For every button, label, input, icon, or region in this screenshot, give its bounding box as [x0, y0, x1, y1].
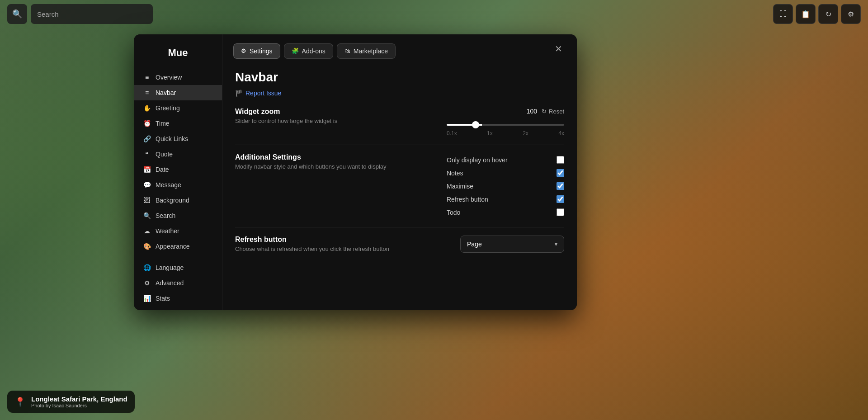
quote-icon: ❝: [143, 151, 151, 158]
sidebar-item-quote[interactable]: ❝ Quote: [134, 146, 222, 162]
tab-settings-label: Settings: [250, 47, 273, 55]
tab-addons[interactable]: 🧩 Add-ons: [284, 43, 333, 59]
reset-icon: ↻: [542, 108, 547, 115]
zoom-slider[interactable]: [447, 124, 564, 126]
close-icon: ✕: [555, 44, 562, 54]
widget-zoom-control: 100 ↻ Reset 0.1x 1x 2x 4x: [438, 108, 564, 137]
search-icon: 🔍: [12, 9, 22, 19]
sidebar-item-advanced[interactable]: ⚙ Advanced: [134, 275, 222, 291]
sidebar-item-date[interactable]: 📅 Date: [134, 162, 222, 177]
report-issue-link[interactable]: 🏴 Report Issue: [235, 90, 281, 97]
message-icon: 💬: [143, 181, 151, 189]
reset-button[interactable]: ↻ Reset: [542, 108, 564, 115]
expand-icon: ⛶: [779, 10, 787, 18]
overview-icon: ≡: [143, 74, 151, 81]
checkbox-row-todo: Todo: [447, 206, 564, 219]
sidebar-item-greeting[interactable]: ✋ Greeting: [134, 100, 222, 116]
refresh-button-title: Refresh button: [235, 236, 389, 244]
search-icon-button[interactable]: 🔍: [7, 4, 27, 24]
sidebar-label-quote: Quote: [156, 151, 173, 158]
location-badge: 📍 Longleat Safari Park, England Photo by…: [7, 391, 135, 413]
refresh-dropdown[interactable]: Page Widget Background: [460, 236, 564, 253]
tab-marketplace[interactable]: 🛍 Marketplace: [337, 43, 396, 59]
widget-zoom-row: Widget zoom Slider to control how large …: [235, 108, 564, 137]
checkbox-row-refresh: Refresh button: [447, 193, 564, 206]
page-title: Navbar: [235, 70, 564, 85]
weather-icon: ☁: [143, 227, 151, 235]
slider-label-3: 4x: [558, 130, 564, 137]
background-icon: 🖼: [143, 197, 151, 204]
stats-icon: 📊: [143, 295, 151, 302]
tab-settings[interactable]: ⚙ Settings: [233, 43, 280, 59]
sidebar-item-weather[interactable]: ☁ Weather: [134, 223, 222, 239]
section-divider-1: [235, 145, 564, 145]
sidebar-item-appearance[interactable]: 🎨 Appearance: [134, 239, 222, 254]
section-divider-2: [235, 227, 564, 227]
sidebar-label-advanced: Advanced: [156, 279, 184, 287]
refresh-icon-button[interactable]: ↻: [818, 4, 838, 24]
sidebar-item-message[interactable]: 💬 Message: [134, 177, 222, 193]
slider-label-1: 1x: [487, 130, 493, 137]
zoom-value: 100: [523, 108, 537, 115]
sidebar-label-quicklinks: Quick Links: [156, 135, 188, 142]
checkbox-todo[interactable]: [557, 208, 564, 216]
checkbox-label-todo: Todo: [447, 209, 460, 216]
refresh-button-desc: Choose what is refreshed when you click …: [235, 245, 389, 252]
search-input[interactable]: [31, 4, 153, 24]
checkbox-row-maximise: Maximise: [447, 179, 564, 193]
additional-settings-desc: Modify navbar style and which buttons yo…: [235, 163, 387, 170]
flag-icon: 🏴: [235, 90, 243, 97]
sidebar-divider: [143, 257, 213, 257]
location-name: Longleat Safari Park, England: [31, 395, 127, 403]
app-name: Mue: [134, 47, 222, 59]
additional-settings-label: Additional Settings Modify navbar style …: [235, 153, 387, 170]
checkbox-refresh[interactable]: [557, 195, 564, 203]
settings-icon-button[interactable]: ⚙: [841, 4, 861, 24]
expand-icon-button[interactable]: ⛶: [773, 4, 793, 24]
sidebar-item-navbar[interactable]: ≡ Navbar: [134, 85, 222, 100]
sidebar-item-stats[interactable]: 📊 Stats: [134, 291, 222, 306]
checkbox-label-refresh: Refresh button: [447, 196, 488, 203]
refresh-button-control: Page Widget Background ▼: [438, 236, 564, 253]
checkbox-row-hover: Only display on hover: [447, 153, 564, 166]
sidebar-item-search[interactable]: 🔍 Search: [134, 208, 222, 223]
sidebar-item-overview[interactable]: ≡ Overview: [134, 70, 222, 85]
sidebar-label-language: Language: [156, 264, 184, 271]
content-area: Navbar 🏴 Report Issue Widget zoom Slider…: [222, 59, 577, 310]
sidebar-item-time[interactable]: ⏰ Time: [134, 116, 222, 131]
report-issue-label: Report Issue: [245, 90, 281, 97]
checkbox-label-hover: Only display on hover: [447, 156, 508, 164]
location-text: Longleat Safari Park, England Photo by I…: [31, 395, 127, 408]
sidebar-label-navbar: Navbar: [156, 89, 176, 96]
checkbox-hover[interactable]: [557, 156, 564, 164]
sidebar-label-background: Background: [156, 197, 189, 204]
checkbox-row-notes: Notes: [447, 166, 564, 179]
sidebar: Mue ≡ Overview ≡ Navbar ✋ Greeting ⏰ Tim…: [134, 34, 222, 310]
slider-label-2: 2x: [523, 130, 528, 137]
refresh-icon: ↻: [826, 10, 831, 19]
sidebar-item-language[interactable]: 🌐 Language: [134, 260, 222, 275]
navbar-icon: ≡: [143, 89, 151, 96]
appearance-icon: 🎨: [143, 243, 151, 250]
additional-settings-row: Additional Settings Modify navbar style …: [235, 153, 564, 219]
tab-addons-label: Add-ons: [302, 47, 326, 55]
checkboxes-section: Only display on hover Notes Maximise Ref…: [447, 153, 564, 219]
checkbox-notes[interactable]: [557, 169, 564, 177]
addons-tab-icon: 🧩: [292, 47, 299, 54]
sidebar-label-date: Date: [156, 166, 169, 173]
sidebar-item-background[interactable]: 🖼 Background: [134, 193, 222, 208]
time-icon: ⏰: [143, 120, 151, 127]
checkbox-label-maximise: Maximise: [447, 183, 473, 190]
settings-panel: Mue ≡ Overview ≡ Navbar ✋ Greeting ⏰ Tim…: [134, 34, 577, 310]
sidebar-label-message: Message: [156, 181, 181, 189]
widget-zoom-desc: Slider to control how large the widget i…: [235, 118, 337, 124]
note-icon-button[interactable]: 📋: [796, 4, 816, 24]
checkbox-maximise[interactable]: [557, 182, 564, 190]
marketplace-tab-icon: 🛍: [344, 47, 350, 54]
sidebar-label-weather: Weather: [156, 227, 179, 235]
close-button[interactable]: ✕: [551, 42, 566, 55]
widget-zoom-title: Widget zoom: [235, 108, 337, 116]
topbar: 🔍 ⛶ 📋 ↻ ⚙: [0, 0, 868, 28]
sidebar-item-quicklinks[interactable]: 🔗 Quick Links: [134, 131, 222, 146]
note-icon: 📋: [801, 10, 810, 19]
